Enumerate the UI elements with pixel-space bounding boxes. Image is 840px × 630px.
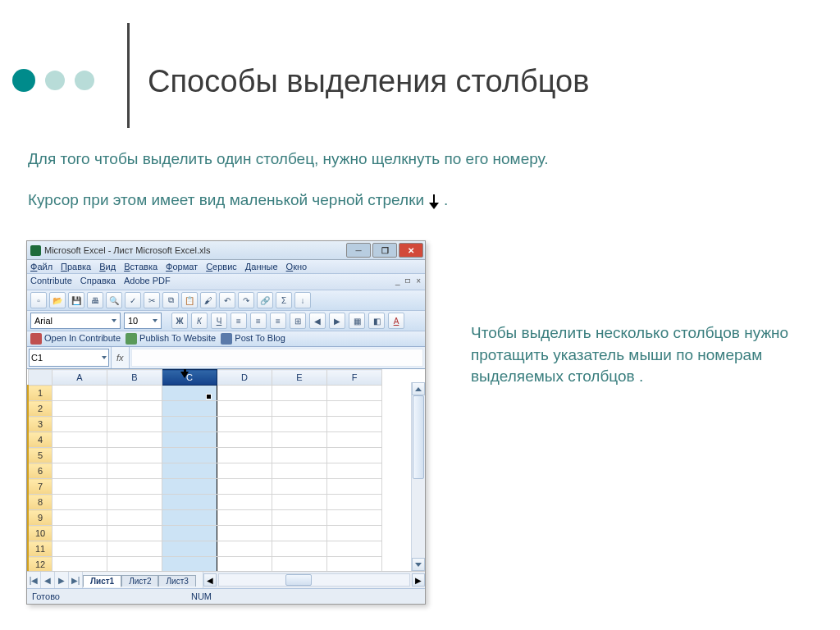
- cell-a9[interactable]: [52, 510, 107, 526]
- cell-c10[interactable]: [162, 526, 217, 541]
- format-painter-button[interactable]: 🖌: [200, 292, 217, 308]
- fx-button[interactable]: fx: [111, 347, 130, 368]
- row-header-3[interactable]: 3: [28, 417, 52, 432]
- cell-b8[interactable]: [107, 495, 162, 510]
- column-header-f[interactable]: F: [327, 370, 382, 386]
- cell-c8[interactable]: [162, 495, 217, 510]
- cell-b2[interactable]: [107, 401, 162, 417]
- preview-button[interactable]: 🔍: [106, 292, 122, 308]
- cell-b5[interactable]: [107, 448, 162, 463]
- cell-e8[interactable]: [272, 495, 327, 510]
- open-button[interactable]: 📂: [49, 292, 66, 308]
- window-minimize-button[interactable]: ─: [346, 243, 371, 258]
- cell-c4[interactable]: [162, 432, 217, 448]
- cell-d6[interactable]: [217, 463, 272, 479]
- sheet-nav-prev[interactable]: ◀: [41, 572, 55, 588]
- sheet-tab-3[interactable]: Лист3: [158, 575, 195, 587]
- cell-a11[interactable]: [52, 541, 107, 557]
- menu-window[interactable]: Окно: [286, 262, 308, 272]
- fill-handle-icon[interactable]: [206, 394, 212, 399]
- column-header-a[interactable]: A: [52, 370, 107, 386]
- menu-contribute[interactable]: Contribute: [30, 276, 72, 287]
- cell-c9[interactable]: [162, 510, 217, 526]
- formula-input[interactable]: [131, 349, 423, 367]
- cell-c6[interactable]: [162, 463, 217, 479]
- cell-f12[interactable]: [327, 557, 382, 573]
- cell-f2[interactable]: [327, 401, 382, 417]
- print-button[interactable]: 🖶: [87, 292, 103, 308]
- autosum-button[interactable]: Σ: [276, 292, 292, 308]
- sheet-nav-last[interactable]: ▶|: [69, 572, 83, 588]
- row-header-7[interactable]: 7: [28, 479, 52, 495]
- menu-help[interactable]: Справка: [80, 276, 116, 287]
- cell-e2[interactable]: [272, 401, 327, 417]
- redo-button[interactable]: ↷: [238, 292, 254, 308]
- window-close-button[interactable]: ✕: [399, 243, 423, 258]
- cell-a12[interactable]: [52, 557, 107, 573]
- spreadsheet-grid[interactable]: ABCDEF12345678910111213: [27, 369, 425, 572]
- cell-b9[interactable]: [107, 510, 162, 526]
- horizontal-scroll-track[interactable]: [218, 573, 410, 587]
- borders-button[interactable]: ▦: [349, 313, 365, 329]
- cell-f1[interactable]: [327, 386, 382, 401]
- cell-a3[interactable]: [52, 417, 107, 432]
- new-button[interactable]: ▫: [30, 292, 47, 308]
- cell-b7[interactable]: [107, 479, 162, 495]
- cell-b11[interactable]: [107, 541, 162, 557]
- cell-e12[interactable]: [272, 557, 327, 573]
- cell-e4[interactable]: [272, 432, 327, 448]
- workbook-window-controls[interactable]: _ ㅁ ×: [395, 276, 422, 287]
- row-header-11[interactable]: 11: [28, 541, 52, 557]
- open-in-contribute-button[interactable]: Open In Contribute: [30, 333, 121, 345]
- underline-button[interactable]: Ч: [211, 313, 227, 329]
- cell-e1[interactable]: [272, 386, 327, 401]
- paste-button[interactable]: 📋: [181, 292, 198, 308]
- cell-c7[interactable]: [162, 479, 217, 495]
- cell-f8[interactable]: [327, 495, 382, 510]
- cell-d11[interactable]: [217, 541, 272, 557]
- name-box[interactable]: C1: [29, 349, 109, 367]
- window-maximize-button[interactable]: ❐: [372, 243, 397, 258]
- sheet-tab-2[interactable]: Лист2: [121, 575, 158, 587]
- cell-f4[interactable]: [327, 432, 382, 448]
- cell-f11[interactable]: [327, 541, 382, 557]
- cell-d5[interactable]: [217, 448, 272, 463]
- vertical-scrollbar[interactable]: [411, 382, 425, 571]
- cell-c3[interactable]: [162, 417, 217, 432]
- link-button[interactable]: 🔗: [257, 292, 273, 308]
- cell-a6[interactable]: [52, 463, 107, 479]
- horizontal-scrollbar[interactable]: ◀ ▶: [203, 572, 425, 588]
- scroll-right-button[interactable]: ▶: [412, 573, 425, 587]
- bold-button[interactable]: Ж: [171, 313, 188, 329]
- cell-b10[interactable]: [107, 526, 162, 541]
- scroll-down-button[interactable]: [412, 558, 425, 571]
- vertical-scroll-thumb[interactable]: [413, 395, 424, 479]
- spell-button[interactable]: ✓: [125, 292, 141, 308]
- menu-insert[interactable]: Вставка: [124, 262, 158, 272]
- cell-d10[interactable]: [217, 526, 272, 541]
- cell-b4[interactable]: [107, 432, 162, 448]
- font-size-selector[interactable]: 10: [124, 313, 162, 329]
- cell-d3[interactable]: [217, 417, 272, 432]
- cell-b1[interactable]: [107, 386, 162, 401]
- cell-c12[interactable]: [162, 557, 217, 573]
- row-header-8[interactable]: 8: [28, 495, 52, 510]
- row-header-1[interactable]: 1: [28, 386, 52, 401]
- cell-f6[interactable]: [327, 463, 382, 479]
- undo-button[interactable]: ↶: [219, 292, 235, 308]
- cell-c11[interactable]: [162, 541, 217, 557]
- cell-f7[interactable]: [327, 479, 382, 495]
- row-header-12[interactable]: 12: [28, 557, 52, 573]
- cell-a4[interactable]: [52, 432, 107, 448]
- fill-color-button[interactable]: ◧: [368, 313, 385, 329]
- cell-e11[interactable]: [272, 541, 327, 557]
- row-header-5[interactable]: 5: [28, 448, 52, 463]
- merge-button[interactable]: ⊞: [290, 313, 306, 329]
- row-header-4[interactable]: 4: [28, 432, 52, 448]
- select-all-corner[interactable]: [28, 370, 52, 386]
- indent-less-button[interactable]: ◀: [309, 313, 326, 329]
- cell-a7[interactable]: [52, 479, 107, 495]
- cell-c5[interactable]: [162, 448, 217, 463]
- sheet-nav-first[interactable]: |◀: [27, 572, 41, 588]
- menu-adobe-pdf[interactable]: Adobe PDF: [124, 276, 171, 287]
